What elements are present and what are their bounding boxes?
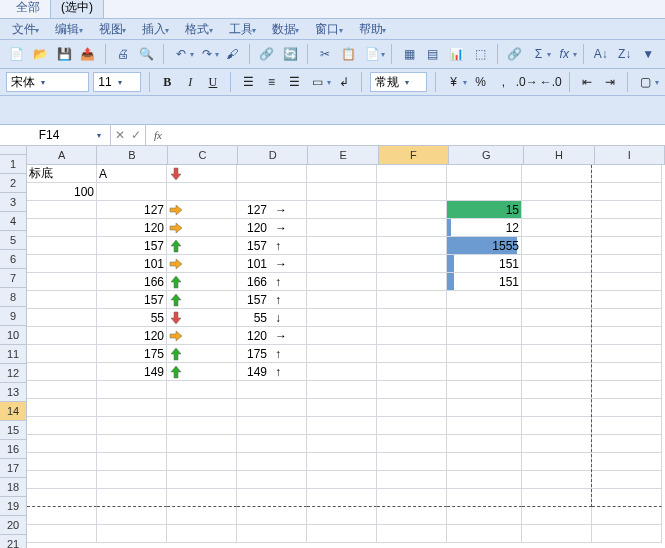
- rowhdr-15[interactable]: 15: [0, 421, 26, 440]
- cell-A8[interactable]: [27, 291, 97, 309]
- colhdr-F[interactable]: F: [379, 146, 449, 164]
- cell-B15[interactable]: [97, 417, 167, 435]
- cell-D4[interactable]: 120→: [237, 219, 307, 237]
- cell-F4[interactable]: [377, 219, 447, 237]
- cell-E4[interactable]: [307, 219, 377, 237]
- cell-E11[interactable]: [307, 345, 377, 363]
- italic-button[interactable]: I: [181, 72, 200, 92]
- cell-D13[interactable]: [237, 381, 307, 399]
- cell-B1[interactable]: A: [97, 165, 167, 183]
- cell-C1[interactable]: [167, 165, 237, 183]
- cell-I9[interactable]: [592, 309, 662, 327]
- cell-H12[interactable]: [522, 363, 592, 381]
- underline-button[interactable]: U: [204, 72, 223, 92]
- cell-H11[interactable]: [522, 345, 592, 363]
- cell-G15[interactable]: [447, 417, 522, 435]
- cell-C10[interactable]: [167, 327, 237, 345]
- cell-C15[interactable]: [167, 417, 237, 435]
- cell-E6[interactable]: [307, 255, 377, 273]
- save-icon[interactable]: 💾: [53, 42, 75, 66]
- fx-icon[interactable]: fx: [146, 129, 170, 141]
- cell-G3[interactable]: 15: [447, 201, 522, 219]
- cell-E19[interactable]: [307, 489, 377, 507]
- cell-D7[interactable]: 166↑: [237, 273, 307, 291]
- cell-A18[interactable]: [27, 471, 97, 489]
- menu-file[interactable]: 文件 ▾: [8, 20, 43, 39]
- cell-C5[interactable]: [167, 237, 237, 255]
- colhdr-D[interactable]: D: [238, 146, 308, 164]
- cell-I15[interactable]: [592, 417, 662, 435]
- cell-A16[interactable]: [27, 435, 97, 453]
- menu-view[interactable]: 视图 ▾: [95, 20, 130, 39]
- font-combo[interactable]: 宋体▾: [6, 72, 89, 92]
- menu-tools[interactable]: 工具 ▾: [225, 20, 260, 39]
- rowhdr-20[interactable]: 20: [0, 516, 26, 535]
- filter-icon[interactable]: ▼: [637, 42, 659, 66]
- cell-B3[interactable]: 127: [97, 201, 167, 219]
- merge-icon[interactable]: ▭: [308, 72, 327, 92]
- cell-A13[interactable]: [27, 381, 97, 399]
- cell-G21[interactable]: [447, 525, 522, 543]
- cell-F6[interactable]: [377, 255, 447, 273]
- formula-input[interactable]: [170, 125, 665, 145]
- rowhdr-11[interactable]: 11: [0, 345, 26, 364]
- cell-D21[interactable]: [237, 525, 307, 543]
- cell-G8[interactable]: [447, 291, 522, 309]
- cell-D19[interactable]: [237, 489, 307, 507]
- cell-E3[interactable]: [307, 201, 377, 219]
- rowhdr-4[interactable]: 4: [0, 212, 26, 231]
- cell-I18[interactable]: [592, 471, 662, 489]
- column-headers[interactable]: ABCDEFGHI: [27, 146, 665, 165]
- cell-A17[interactable]: [27, 453, 97, 471]
- cell-B18[interactable]: [97, 471, 167, 489]
- rowhdr-21[interactable]: 21: [0, 535, 26, 548]
- rowhdr-7[interactable]: 7: [0, 269, 26, 288]
- cell-H19[interactable]: [522, 489, 592, 507]
- cell-E7[interactable]: [307, 273, 377, 291]
- cell-F10[interactable]: [377, 327, 447, 345]
- cell-D11[interactable]: 175↑: [237, 345, 307, 363]
- cell-G4[interactable]: 12: [447, 219, 522, 237]
- cell-C17[interactable]: [167, 453, 237, 471]
- table-icon[interactable]: ▤: [422, 42, 444, 66]
- cell-H3[interactable]: [522, 201, 592, 219]
- cell-A10[interactable]: [27, 327, 97, 345]
- cell-C18[interactable]: [167, 471, 237, 489]
- cell-F15[interactable]: [377, 417, 447, 435]
- select-all-corner[interactable]: [0, 146, 27, 155]
- cell-G12[interactable]: [447, 363, 522, 381]
- cell-H5[interactable]: [522, 237, 592, 255]
- cell-E20[interactable]: [307, 507, 377, 525]
- link-icon[interactable]: 🔗: [504, 42, 526, 66]
- cell-D8[interactable]: 157↑: [237, 291, 307, 309]
- cell-B9[interactable]: 55: [97, 309, 167, 327]
- bold-button[interactable]: B: [158, 72, 177, 92]
- cell-H18[interactable]: [522, 471, 592, 489]
- cell-C4[interactable]: [167, 219, 237, 237]
- align-right-icon[interactable]: ☰: [285, 72, 304, 92]
- rowhdr-14[interactable]: 14: [0, 402, 26, 421]
- rowhdr-19[interactable]: 19: [0, 497, 26, 516]
- menu-window[interactable]: 窗口 ▾: [311, 20, 346, 39]
- redo-icon[interactable]: ↷: [196, 42, 218, 66]
- new-icon[interactable]: 📄: [6, 42, 28, 66]
- cell-D10[interactable]: 120→: [237, 327, 307, 345]
- cell-B17[interactable]: [97, 453, 167, 471]
- fontsize-combo[interactable]: 11▾: [93, 72, 141, 92]
- cell-E15[interactable]: [307, 417, 377, 435]
- cell-B20[interactable]: [97, 507, 167, 525]
- cell-B6[interactable]: 101: [97, 255, 167, 273]
- cell-D17[interactable]: [237, 453, 307, 471]
- cell-H15[interactable]: [522, 417, 592, 435]
- sum-icon[interactable]: Σ: [528, 42, 550, 66]
- refresh-icon[interactable]: 🔄: [280, 42, 302, 66]
- object-icon[interactable]: ⬚: [469, 42, 491, 66]
- cell-E5[interactable]: [307, 237, 377, 255]
- cell-G7[interactable]: 151: [447, 273, 522, 291]
- cell-H8[interactable]: [522, 291, 592, 309]
- cell-C3[interactable]: [167, 201, 237, 219]
- cell-G18[interactable]: [447, 471, 522, 489]
- cell-B14[interactable]: [97, 399, 167, 417]
- cell-A5[interactable]: [27, 237, 97, 255]
- cell-F9[interactable]: [377, 309, 447, 327]
